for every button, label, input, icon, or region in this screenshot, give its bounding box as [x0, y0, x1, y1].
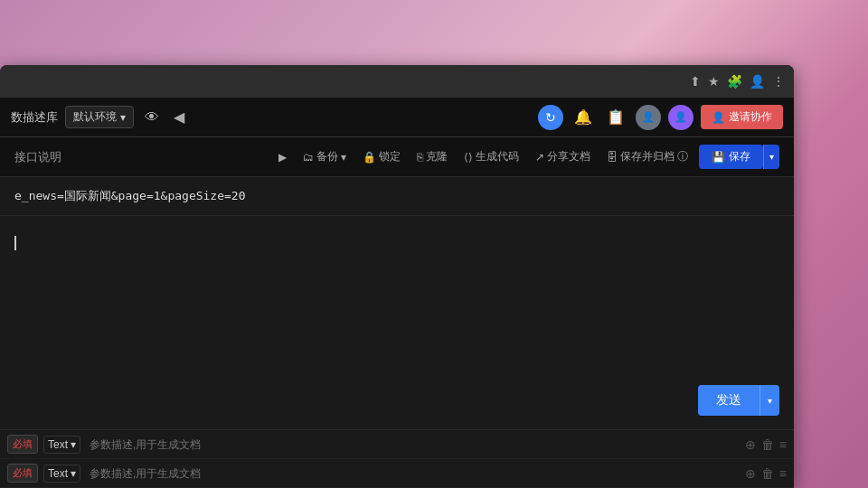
save-label: 保存 — [729, 149, 750, 164]
more-browser-icon[interactable]: ⋮ — [772, 74, 785, 89]
backup-button[interactable]: 🗂 备份 ▾ — [297, 146, 352, 167]
cursor-area — [0, 216, 794, 268]
param-row-1: 必填 Text ▾ ⊕ 🗑 ≡ — [0, 430, 794, 459]
param-add-icon-2[interactable]: ⊕ — [745, 466, 756, 481]
save-arrow-icon: ▾ — [769, 152, 774, 162]
url-area: e_news=国际新闻&page=1&pageSize=20 — [0, 177, 794, 216]
lock-button[interactable]: 🔒 锁定 — [357, 146, 406, 167]
backup-label: 备份 — [316, 149, 338, 164]
param-desc-input-1[interactable] — [86, 438, 740, 451]
api-toolbar: 接口说明 ▶ 🗂 备份 ▾ 🔒 锁定 ⎘ 克隆 — [0, 137, 794, 177]
send-arrow-icon: ▾ — [768, 396, 772, 406]
avatar-2[interactable]: 👤 — [668, 105, 693, 130]
send-dropdown-button[interactable]: ▾ — [760, 385, 779, 416]
share-doc-button[interactable]: ↗ 分享文档 — [530, 146, 596, 167]
save-archive-label: 保存并归档 — [620, 149, 675, 164]
param-type-chevron-1: ▾ — [71, 438, 76, 451]
generate-code-label: 生成代码 — [476, 149, 519, 164]
db-label: 数描述库 — [11, 109, 58, 126]
text-cursor — [14, 236, 16, 250]
param-type-label-1: Text — [48, 438, 68, 451]
avatar-icon: 👤 — [642, 111, 655, 123]
send-btn-container: 发送 ▾ — [698, 385, 779, 416]
param-type-select-1[interactable]: Text ▾ — [43, 436, 80, 454]
param-delete-icon-1[interactable]: 🗑 — [761, 437, 774, 452]
invite-button[interactable]: 👤 邀请协作 — [701, 105, 783, 129]
param-delete-icon-2[interactable]: 🗑 — [761, 466, 774, 481]
save-icon: 💾 — [712, 151, 725, 164]
code-icon: ⟨⟩ — [464, 151, 473, 164]
param-actions-1: ⊕ 🗑 ≡ — [745, 437, 787, 452]
url-text[interactable]: e_news=国际新闻&page=1&pageSize=20 — [14, 188, 246, 204]
back-icon[interactable]: ◀ — [170, 105, 188, 129]
avatar-1[interactable]: 👤 — [636, 105, 661, 130]
param-type-label-2: Text — [48, 467, 68, 480]
invite-label: 邀请协作 — [729, 109, 772, 125]
param-row-2: 必填 Text ▾ ⊕ 🗑 ≡ — [0, 459, 794, 488]
clone-label: 克隆 — [426, 149, 448, 164]
param-required-badge-1: 必填 — [7, 435, 38, 454]
save-dropdown-button[interactable]: ▾ — [763, 145, 779, 169]
clone-icon: ⎘ — [417, 151, 423, 164]
param-more-icon-1[interactable]: ≡ — [779, 437, 787, 452]
notes-icon[interactable]: 📋 — [603, 105, 628, 129]
param-more-icon-2[interactable]: ≡ — [779, 466, 787, 481]
info-icon: ⓘ — [677, 149, 688, 164]
send-label: 发送 — [716, 392, 741, 407]
share-browser-icon[interactable]: ⬆ — [690, 74, 701, 89]
play-button[interactable]: ▶ — [273, 148, 292, 166]
env-selector[interactable]: 默认环境 ▾ — [65, 106, 134, 128]
send-button[interactable]: 发送 — [698, 385, 760, 416]
browser-window: ⬆ ★ 🧩 👤 ⋮ 数描述库 默认环境 ▾ 👁 ◀ ↻ 🔔 📋 👤 — [0, 65, 794, 488]
backup-icon: 🗂 — [303, 151, 314, 164]
avatar-icon-2: 👤 — [675, 111, 687, 123]
eye-icon[interactable]: 👁 — [141, 106, 163, 129]
lock-label: 锁定 — [379, 149, 401, 164]
param-add-icon-1[interactable]: ⊕ — [745, 437, 756, 452]
backup-chevron: ▾ — [341, 151, 346, 164]
bell-icon[interactable]: 🔔 — [571, 105, 596, 129]
browser-topbar: ⬆ ★ 🧩 👤 ⋮ — [0, 65, 794, 98]
lock-icon: 🔒 — [363, 151, 376, 164]
save-button[interactable]: 💾 保存 — [699, 145, 763, 169]
share-icon: ↗ — [535, 151, 544, 164]
bookmark-browser-icon[interactable]: ★ — [708, 74, 720, 89]
nav-left: 数描述库 默认环境 ▾ 👁 ◀ — [11, 105, 188, 129]
sync-icon: ↻ — [545, 110, 556, 125]
generate-code-button[interactable]: ⟨⟩ 生成代码 — [458, 146, 524, 167]
api-desc-label: 接口说明 — [14, 149, 61, 165]
save-archive-button[interactable]: 🗄 保存并归档 ⓘ — [601, 146, 693, 167]
param-actions-2: ⊕ 🗑 ≡ — [745, 466, 787, 481]
share-doc-label: 分享文档 — [547, 149, 590, 164]
chevron-down-icon: ▾ — [120, 111, 126, 124]
archive-icon: 🗄 — [607, 151, 618, 164]
play-icon: ▶ — [278, 151, 287, 164]
main-content: 接口说明 ▶ 🗂 备份 ▾ 🔒 锁定 ⎘ 克隆 — [0, 137, 794, 488]
save-btn-group: 💾 保存 ▾ — [699, 145, 779, 169]
param-type-select-2[interactable]: Text ▾ — [43, 465, 80, 483]
param-desc-input-2[interactable] — [86, 467, 740, 480]
params-area: 必填 Text ▾ ⊕ 🗑 ≡ 必填 Text ▾ — [0, 429, 794, 488]
sync-button[interactable]: ↻ — [538, 105, 563, 130]
param-required-badge-2: 必填 — [7, 464, 38, 483]
toolbar-right: ▶ 🗂 备份 ▾ 🔒 锁定 ⎘ 克隆 ⟨⟩ 生成代码 — [273, 145, 779, 169]
person-add-icon: 👤 — [712, 111, 725, 124]
param-type-chevron-2: ▾ — [71, 467, 76, 480]
nav-right: ↻ 🔔 📋 👤 👤 👤 邀请协作 — [538, 105, 783, 130]
env-label: 默认环境 — [73, 109, 117, 125]
clone-button[interactable]: ⎘ 克隆 — [411, 146, 453, 167]
app-navbar: 数描述库 默认环境 ▾ 👁 ◀ ↻ 🔔 📋 👤 👤 👤 邀请协作 — [0, 98, 794, 137]
puzzle-browser-icon[interactable]: 🧩 — [727, 74, 742, 89]
profile-browser-icon[interactable]: 👤 — [750, 74, 765, 89]
